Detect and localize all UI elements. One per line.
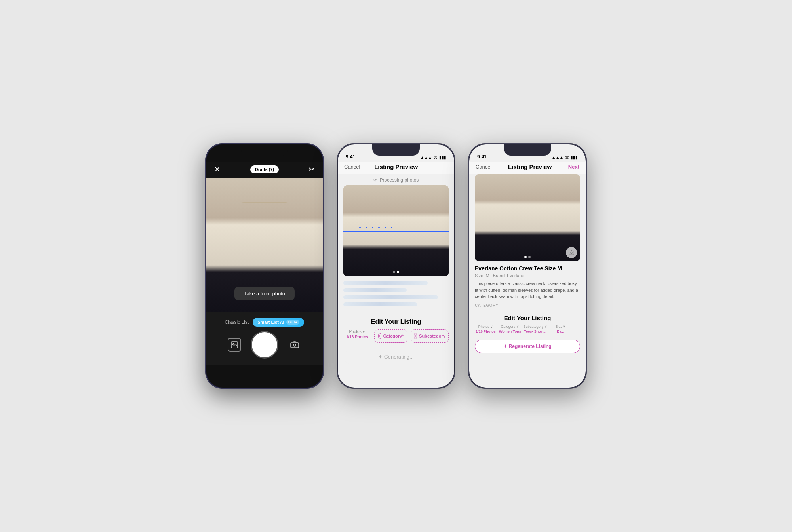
dot-active — [524, 256, 527, 258]
listing-info: Everlane Cotton Crew Tee Size M Size: M … — [469, 261, 586, 312]
photos-tab-label: Photos ∨ — [349, 329, 366, 334]
result-screen: 9:41 ▲▲▲ ⌘ ▮▮▮ Cancel Listing Preview Ne… — [469, 144, 586, 388]
gallery-icon[interactable] — [228, 338, 241, 352]
photos-tab-value: 1/16 Photos — [346, 335, 368, 339]
listing-type-row: Classic List Smart List AI BETA — [225, 318, 305, 327]
svg-point-3 — [571, 252, 573, 254]
wifi-icon: ⌘ — [434, 155, 438, 160]
battery-icon: ▮▮▮ — [439, 155, 446, 160]
camera-screen: ✕ Drafts (7) ✂ Take a front photo — [206, 144, 323, 388]
subcategory-label: Subcategory ∨ — [524, 325, 547, 329]
skeleton-line — [343, 288, 407, 292]
flip-camera-icon[interactable] — [288, 338, 301, 352]
skeleton-line — [343, 295, 438, 299]
svg-point-2 — [293, 344, 296, 346]
dot — [528, 256, 531, 258]
category-icon: + — [378, 333, 381, 339]
nav-title: Listing Preview — [374, 163, 418, 170]
edit-listing-title: Edit Your Listing — [343, 318, 449, 325]
brand-label: Br... ∨ — [555, 325, 565, 329]
scan-dots — [359, 224, 444, 232]
notch — [372, 144, 420, 156]
cancel-button[interactable]: Cancel — [476, 164, 491, 170]
svg-rect-0 — [231, 342, 238, 348]
phone-camera: ✕ Drafts (7) ✂ Take a front photo — [205, 143, 324, 389]
subcategory-tab[interactable]: Subcategory ∨ Tees- Short... — [524, 325, 547, 333]
phone-processing: 9:41 ▲▲▲ ⌘ ▮▮▮ Cancel Listing Preview ⟳ — [337, 143, 455, 389]
smart-list-badge[interactable]: Smart List AI BETA — [253, 318, 304, 327]
nav-bar: Cancel Listing Preview — [338, 162, 454, 174]
brand-value: Ev... — [557, 329, 564, 333]
processing-screen: 9:41 ▲▲▲ ⌘ ▮▮▮ Cancel Listing Preview ⟳ — [338, 144, 454, 388]
signal-icon: ▲▲▲ — [552, 155, 564, 160]
photos-label: Photos ∨ — [478, 325, 493, 329]
skeleton-line — [343, 302, 417, 306]
scan-dot — [385, 227, 386, 228]
product-title: Everlane Cotton Crew Tee Size M — [475, 265, 580, 272]
edit-icon[interactable]: ✂ — [309, 165, 315, 174]
phone-result: 9:41 ▲▲▲ ⌘ ▮▮▮ Cancel Listing Preview Ne… — [468, 143, 587, 389]
result-tabs: Photos ∨ 1/16 Photos Category ∨ Women To… — [475, 325, 580, 333]
generating-button: ✦ Generating... — [343, 350, 449, 364]
subcategory-value: Tees- Short... — [524, 329, 546, 333]
camera-header: ✕ Drafts (7) ✂ — [206, 162, 323, 178]
wifi-icon: ⌘ — [565, 155, 569, 160]
notch — [504, 144, 551, 156]
shutter-button[interactable] — [252, 332, 277, 357]
photos-value: 1/16 Photos — [476, 329, 496, 333]
dot — [393, 271, 395, 273]
result-edit-section: Edit Your Listing Photos ∨ 1/16 Photos C… — [469, 312, 586, 336]
camera-controls — [214, 332, 315, 357]
next-button[interactable]: Next — [568, 164, 579, 170]
category-tab[interactable]: + Category* — [374, 329, 407, 343]
nav-bar: Cancel Listing Preview Next — [469, 162, 586, 174]
camera-preview: Take a front photo — [206, 178, 323, 312]
category-label-tab: Category ∨ — [501, 325, 519, 329]
result-person-photo — [475, 174, 580, 261]
processing-label: Processing photos — [380, 177, 419, 183]
battery-icon: ▮▮▮ — [571, 155, 578, 160]
classic-list-label[interactable]: Classic List — [225, 319, 249, 325]
result-listing-image — [475, 174, 580, 261]
cancel-button[interactable]: Cancel — [344, 164, 360, 170]
category-label: CATEGORY — [475, 303, 580, 308]
product-description: This piece offers a classic crew neck, o… — [475, 280, 580, 300]
subcategory-tab[interactable]: + Subcategory — [411, 329, 449, 343]
scan-dot — [378, 227, 380, 228]
notch — [241, 144, 288, 156]
scan-dot — [372, 227, 373, 228]
camera-button[interactable] — [566, 247, 577, 258]
result-image-dots — [524, 256, 531, 258]
edit-tabs: Photos ∨ 1/16 Photos + Category* + Subca… — [343, 329, 449, 344]
scan-dot — [391, 227, 392, 228]
photos-tab[interactable]: Photos ∨ 1/16 Photos — [343, 329, 371, 343]
scan-dot — [366, 227, 367, 228]
category-tab[interactable]: Category ∨ Women Tops — [499, 325, 521, 333]
category-value: Women Tops — [499, 329, 521, 333]
scan-dot — [359, 227, 361, 228]
edit-listing-section: Edit Your Listing Photos ∨ 1/16 Photos +… — [338, 314, 454, 347]
status-icons: ▲▲▲ ⌘ ▮▮▮ — [552, 155, 578, 160]
signal-icon: ▲▲▲ — [420, 155, 432, 160]
dot-active — [397, 271, 399, 273]
status-time: 9:41 — [477, 154, 487, 160]
front-photo-label: Take a front photo — [234, 287, 295, 300]
processing-bar: ⟳ Processing photos — [338, 174, 454, 185]
image-indicator-dots — [393, 271, 399, 273]
subcategory-tab-label: Subcategory — [419, 334, 446, 338]
result-edit-title: Edit Your Listing — [475, 315, 580, 321]
processing-spinner: ⟳ — [373, 177, 377, 183]
close-icon[interactable]: ✕ — [214, 165, 220, 174]
product-meta: Size: M | Brand: Everlane — [475, 273, 580, 278]
phones-container: ✕ Drafts (7) ✂ Take a front photo — [205, 143, 587, 389]
subcategory-icon: + — [414, 333, 417, 339]
drafts-badge[interactable]: Drafts (7) — [250, 165, 279, 173]
brand-tab[interactable]: Br... ∨ Ev... — [550, 325, 571, 333]
svg-point-1 — [232, 343, 234, 344]
status-icons: ▲▲▲ ⌘ ▮▮▮ — [420, 155, 446, 160]
status-time: 9:41 — [346, 154, 355, 160]
photos-tab[interactable]: Photos ∨ 1/16 Photos — [475, 325, 497, 333]
category-tab-label: Category* — [383, 334, 404, 338]
camera-bottom: Classic List Smart List AI BETA — [206, 312, 323, 365]
regenerate-button[interactable]: ✦ Regenerate Listing — [475, 340, 580, 353]
